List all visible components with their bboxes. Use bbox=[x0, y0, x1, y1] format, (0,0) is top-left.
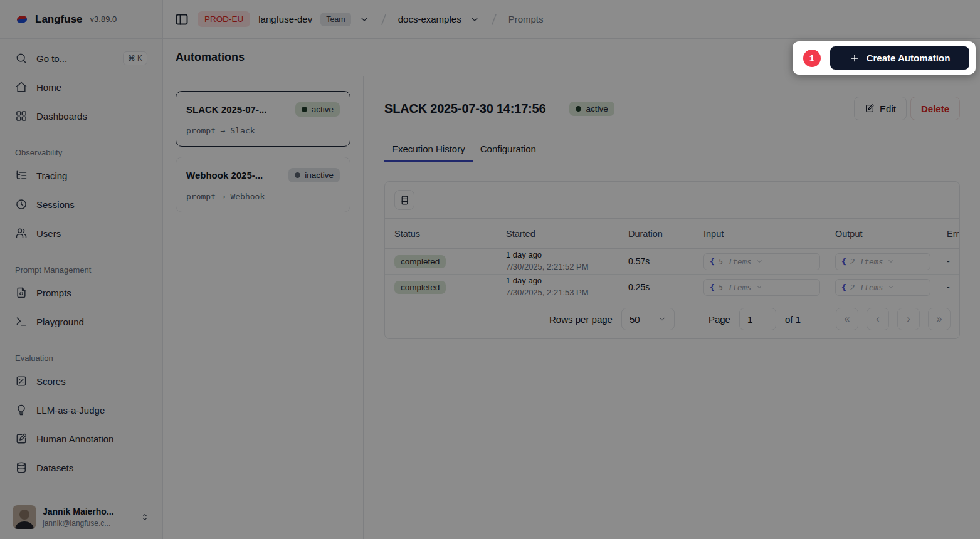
user-email: jannik@langfuse.c... bbox=[43, 519, 110, 528]
org-role-badge: Team bbox=[320, 13, 351, 26]
sidebar-item-scores[interactable]: Scores bbox=[6, 370, 156, 392]
app-version: v3.89.0 bbox=[90, 14, 117, 24]
sidebar-item-label: Dashboards bbox=[36, 111, 87, 122]
started-relative: 1 day ago bbox=[506, 249, 619, 261]
column-visibility-button[interactable] bbox=[394, 190, 414, 210]
users-icon bbox=[15, 227, 28, 239]
search-icon bbox=[15, 52, 28, 65]
sidebar-item-datasets[interactable]: Datasets bbox=[6, 457, 156, 478]
started-relative: 1 day ago bbox=[506, 275, 619, 287]
last-page-button[interactable]: » bbox=[928, 308, 951, 330]
first-page-button[interactable]: « bbox=[836, 308, 858, 330]
automation-detail: SLACK 2025-07-30 14:17:56 active Edit De… bbox=[364, 76, 980, 539]
tab-configuration[interactable]: Configuration bbox=[473, 144, 544, 162]
sidebar-item-human-annotation[interactable]: Human Annotation bbox=[6, 428, 156, 449]
sidebar-item-label: Scores bbox=[36, 376, 66, 387]
database-icon bbox=[15, 461, 28, 474]
automation-name: SLACK 2025-07-... bbox=[186, 104, 266, 115]
sidebar-item-tracing[interactable]: Tracing bbox=[6, 165, 156, 186]
page-number-input[interactable] bbox=[739, 308, 776, 330]
output-json-chip[interactable]: {2 Items bbox=[835, 253, 930, 270]
status-label: active bbox=[586, 104, 608, 113]
create-automation-button[interactable]: Create Automation bbox=[830, 46, 969, 70]
output-items-label: 2 Items bbox=[850, 283, 883, 292]
automation-card-slack[interactable]: SLACK 2025-07-... active prompt → Slack bbox=[176, 91, 350, 147]
status-label: active bbox=[312, 105, 334, 114]
org-name[interactable]: langfuse-dev bbox=[258, 14, 312, 24]
detail-header: SLACK 2025-07-30 14:17:56 active Edit De… bbox=[384, 97, 960, 120]
tracing-icon bbox=[15, 169, 28, 182]
prev-page-button[interactable]: ‹ bbox=[867, 308, 889, 330]
rows-per-page-value: 50 bbox=[630, 314, 640, 325]
rows-per-page-label: Rows per page bbox=[549, 314, 613, 325]
sidebar-item-label: Home bbox=[36, 82, 61, 93]
goto-label: Go to... bbox=[36, 53, 67, 64]
sidebar-item-label: Human Annotation bbox=[36, 434, 113, 444]
env-badge: PROD-EU bbox=[198, 11, 250, 27]
status-badge: active bbox=[295, 102, 340, 117]
chevron-down-icon bbox=[887, 258, 895, 265]
user-name: Jannik Maierho... bbox=[43, 506, 114, 516]
sidebar-item-label: Sessions bbox=[36, 199, 75, 210]
input-json-chip[interactable]: {5 Items bbox=[703, 279, 820, 296]
project-chevron-down-icon[interactable] bbox=[470, 14, 480, 24]
started-absolute: 7/30/2025, 2:21:52 PM bbox=[506, 261, 619, 273]
detail-title: SLACK 2025-07-30 14:17:56 bbox=[384, 102, 545, 116]
sidebar-item-users[interactable]: Users bbox=[6, 222, 156, 244]
user-menu[interactable]: Jannik Maierho... jannik@langfuse.c... bbox=[6, 500, 156, 534]
started-cell: 1 day ago7/30/2025, 2:21:52 PM bbox=[506, 249, 628, 273]
sidebar-item-label: Users bbox=[36, 228, 61, 239]
sidebar-item-prompts[interactable]: Prompts bbox=[6, 282, 156, 303]
chevron-down-icon bbox=[658, 315, 667, 323]
page-label: Page bbox=[709, 314, 730, 325]
page-of-label: of 1 bbox=[785, 314, 801, 325]
terminal-icon bbox=[15, 315, 28, 328]
next-page-button[interactable]: › bbox=[897, 308, 920, 330]
clock-icon bbox=[15, 198, 28, 211]
sidebar-item-sessions[interactable]: Sessions bbox=[6, 194, 156, 215]
sidebar-item-playground[interactable]: Playground bbox=[6, 311, 156, 332]
page-title: Automations bbox=[176, 51, 245, 64]
execution-status-badge: completed bbox=[394, 255, 446, 268]
chevron-down-icon bbox=[887, 283, 895, 291]
col-started: Started bbox=[506, 229, 628, 239]
sidebar-item-dashboards[interactable]: Dashboards bbox=[6, 105, 156, 127]
sidebar-item-label: Playground bbox=[36, 317, 84, 327]
sidebar-item-label: LLM-as-a-Judge bbox=[36, 405, 105, 416]
output-json-chip[interactable]: {2 Items bbox=[835, 279, 930, 296]
json-brace: { bbox=[710, 257, 715, 266]
sidebar-nav: Go to... ⌘ K Home Dashboards Observabili… bbox=[0, 39, 162, 478]
sidebar-item-llm-as-a-judge[interactable]: LLM-as-a-Judge bbox=[6, 399, 156, 421]
section-prompt-management: Prompt Management bbox=[0, 265, 162, 275]
delete-button[interactable]: Delete bbox=[910, 97, 960, 120]
sidebar: Langfuse v3.89.0 Go to... ⌘ K Home Dashb… bbox=[0, 0, 163, 539]
shortcut-badge: ⌘ K bbox=[123, 51, 147, 65]
json-brace: { bbox=[710, 283, 715, 292]
edit-button[interactable]: Edit bbox=[854, 97, 907, 120]
sidebar-toggle-icon[interactable] bbox=[174, 12, 189, 27]
status-dot bbox=[295, 172, 300, 178]
output-items-label: 2 Items bbox=[850, 257, 883, 266]
app-title: Langfuse bbox=[35, 13, 83, 26]
error-cell: - bbox=[947, 256, 959, 266]
org-chevron-down-icon[interactable] bbox=[359, 14, 369, 24]
input-json-chip[interactable]: {5 Items bbox=[703, 253, 820, 270]
breadcrumb-slash-icon bbox=[488, 12, 500, 27]
started-cell: 1 day ago7/30/2025, 2:21:53 PM bbox=[506, 275, 628, 299]
pagination: Rows per page 50 Page of 1 « ‹ › » bbox=[385, 300, 959, 338]
automation-route: prompt → Slack bbox=[186, 126, 340, 135]
status-dot bbox=[302, 107, 307, 112]
automation-card-webhook[interactable]: Webhook 2025-... inactive prompt → Webho… bbox=[176, 157, 350, 212]
sidebar-item-home[interactable]: Home bbox=[6, 76, 156, 98]
sidebar-item-label: Tracing bbox=[36, 170, 67, 181]
breadcrumb-slash-icon bbox=[377, 12, 390, 27]
rows-per-page-select[interactable]: 50 bbox=[621, 308, 675, 330]
project-name[interactable]: docs-examples bbox=[398, 14, 461, 24]
dashboards-icon bbox=[15, 110, 28, 122]
input-items-label: 5 Items bbox=[719, 257, 752, 266]
goto-search[interactable]: Go to... ⌘ K bbox=[6, 48, 156, 69]
table-toolbar bbox=[385, 182, 959, 218]
tab-execution-history[interactable]: Execution History bbox=[384, 144, 473, 162]
col-input: Input bbox=[703, 229, 835, 239]
error-cell: - bbox=[947, 282, 959, 292]
